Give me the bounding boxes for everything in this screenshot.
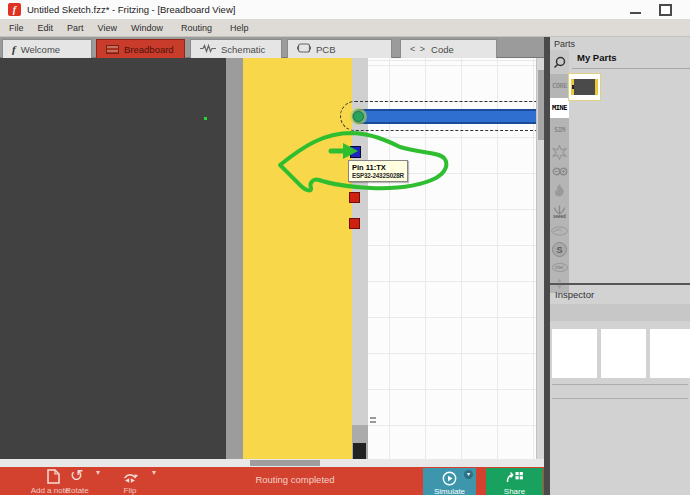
red-pin[interactable]	[349, 218, 360, 229]
seeed-label: seeed	[553, 214, 566, 219]
parts-tab-snootlab[interactable]: S	[550, 238, 569, 260]
board-dark-region	[0, 58, 226, 459]
parts-tab-adafruit[interactable]	[550, 142, 569, 163]
sparkfun-flame-icon	[554, 183, 565, 197]
rotate-icon[interactable]: ↺	[70, 466, 83, 485]
pin-11-tx[interactable]	[350, 146, 361, 158]
tab-welcome-label: Welcome	[21, 44, 60, 55]
intel-icon: intel	[552, 263, 568, 272]
board-yellow-pcb	[243, 58, 352, 459]
tab-pcb-label: PCB	[316, 44, 336, 55]
tab-schematic[interactable]: Schematic	[190, 39, 282, 58]
tab-breadboard[interactable]: Breadboard	[96, 39, 185, 58]
adafruit-icon	[552, 145, 567, 160]
wire-bendpoint[interactable]	[353, 111, 364, 122]
rotate-label[interactable]: Rotate	[57, 486, 97, 495]
parts-search-button[interactable]	[550, 50, 569, 74]
fritzing-window: f Untitled Sketch.fzz* - Fritzing - [Bre…	[0, 0, 690, 495]
inspector-preview-box	[552, 329, 597, 378]
canvas-green-dot	[204, 117, 207, 120]
menu-view[interactable]: View	[91, 22, 124, 34]
tab-breadboard-label: Breadboard	[124, 44, 174, 55]
parts-tab-mine[interactable]: MINE	[550, 98, 569, 118]
tooltip-pin-label: Pin 11:TX	[352, 163, 404, 172]
parts-bin-strip: CORE MINE SIM seeed S intel	[550, 50, 569, 293]
inspector-preview-box	[650, 329, 690, 378]
inspector-title: Inspector	[555, 289, 594, 300]
menu-edit[interactable]: Edit	[31, 22, 61, 34]
inspector-rule	[552, 398, 688, 399]
menu-bar: File Edit Part View Window Routing Help	[0, 20, 690, 37]
share-icon	[486, 471, 543, 484]
simulate-button[interactable]: ▾ Simulate	[423, 468, 476, 495]
schematic-zigzag-icon	[200, 44, 216, 55]
parts-tab-seeed[interactable]: seeed	[550, 200, 569, 224]
menu-help[interactable]: Help	[223, 22, 256, 34]
board-bottom-component	[353, 443, 366, 459]
esp32-part-thumbnail[interactable]	[568, 73, 601, 101]
part-thumb-connector	[572, 85, 574, 89]
routing-status: Routing completed	[195, 474, 395, 485]
tab-pcb[interactable]: PCB	[287, 39, 392, 58]
tab-schematic-label: Schematic	[221, 44, 265, 55]
right-panel: Parts CORE MINE SIM seeed	[550, 37, 690, 495]
bottom-toolbar: Add a note ↺ Rotate ▾ Flip ▾ Routing com…	[0, 467, 544, 495]
inspector-divider[interactable]	[550, 283, 690, 285]
flip-label[interactable]: Flip	[112, 486, 148, 495]
title-bar: f Untitled Sketch.fzz* - Fritzing - [Bre…	[0, 0, 690, 20]
parts-tab-core[interactable]: CORE	[550, 74, 569, 98]
simulate-label: Simulate	[423, 487, 476, 495]
my-parts-rule	[572, 68, 690, 69]
snootlab-icon: S	[552, 242, 567, 257]
breadboard-icon	[106, 45, 119, 54]
tooltip-part-label: ESP32-2432S028R	[352, 172, 404, 179]
parts-tab-sim[interactable]: SIM	[550, 118, 569, 142]
parts-tab-sparkfun[interactable]	[550, 180, 569, 200]
breadboard-canvas[interactable]: Pin 11:TX ESP32-2432S028R	[0, 58, 546, 459]
tab-welcome[interactable]: f Welcome	[2, 39, 92, 58]
parts-panel-title: Parts	[554, 39, 575, 49]
rotate-dropdown-caret[interactable]: ▾	[96, 468, 100, 477]
menu-part[interactable]: Part	[60, 22, 91, 34]
infineon-icon	[551, 226, 568, 236]
menu-routing[interactable]: Routing	[174, 22, 219, 34]
parts-tab-infineon[interactable]	[550, 224, 569, 238]
fritzing-f-icon: f	[12, 43, 16, 55]
blue-wire[interactable]	[352, 109, 536, 124]
horizontal-scrollbar-thumb[interactable]	[250, 460, 320, 466]
search-icon	[553, 56, 566, 69]
ruler-tick	[370, 421, 376, 423]
note-page-icon	[47, 469, 60, 484]
menu-file[interactable]: File	[2, 22, 31, 34]
part-thumb-screen	[574, 79, 595, 95]
share-button[interactable]: Share	[486, 468, 543, 495]
simulate-dropdown-caret[interactable]: ▾	[464, 470, 473, 479]
maximize-button[interactable]	[659, 4, 672, 16]
window-title: Untitled Sketch.fzz* - Fritzing - [Bread…	[27, 4, 235, 15]
tab-code-label: Code	[431, 44, 454, 55]
view-tab-bar: f Welcome Breadboard Schematic PCB < > C…	[0, 37, 548, 58]
flip-icon	[121, 473, 139, 485]
pcb-icon	[297, 43, 311, 55]
minimize-button[interactable]	[630, 12, 641, 14]
parts-tab-arduino[interactable]	[550, 163, 569, 180]
board-gray-strip	[226, 58, 243, 459]
ruler-tick	[370, 417, 376, 419]
menu-window[interactable]: Window	[124, 22, 170, 34]
code-brackets-icon: < >	[410, 44, 426, 54]
red-pin[interactable]	[349, 192, 360, 203]
parts-tab-intel[interactable]: intel	[550, 260, 569, 275]
inspector-preview-box	[601, 329, 646, 378]
share-label: Share	[486, 487, 543, 495]
flip-dropdown-caret[interactable]: ▾	[152, 468, 156, 477]
tab-code[interactable]: < > Code	[400, 39, 497, 58]
inspector-header-band	[550, 304, 690, 321]
fritzing-app-icon: f	[8, 3, 21, 16]
pin-tooltip: Pin 11:TX ESP32-2432S028R	[348, 160, 408, 182]
my-parts-title: My Parts	[577, 52, 617, 63]
inspector-rule	[552, 384, 688, 385]
arduino-icon	[552, 167, 568, 176]
